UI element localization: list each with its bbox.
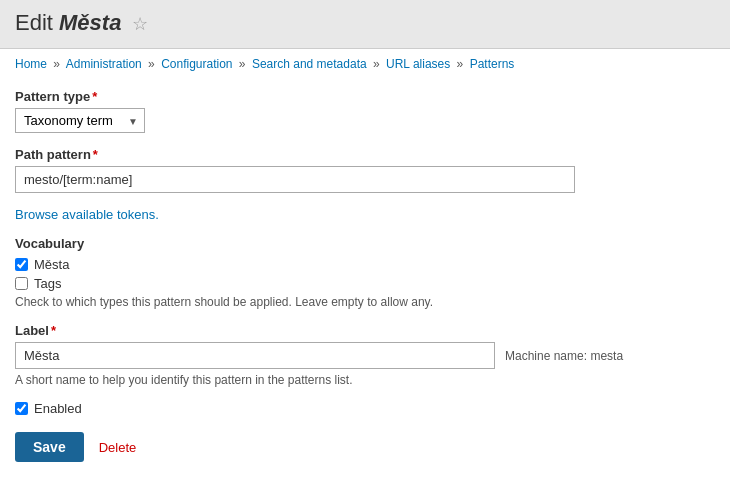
label-description: A short name to help you identify this p… xyxy=(15,373,715,387)
breadcrumb-sep-2: » xyxy=(148,57,155,71)
vocabulary-tags-item: Tags xyxy=(15,276,715,291)
breadcrumb-sep-5: » xyxy=(457,57,464,71)
page-title: Edit Města ☆ xyxy=(15,10,715,36)
breadcrumb-url-aliases[interactable]: URL aliases xyxy=(386,57,450,71)
pattern-type-label: Pattern type* xyxy=(15,89,715,104)
label-row: Machine name: mesta xyxy=(15,342,715,369)
machine-name-text: Machine name: mesta xyxy=(505,349,623,363)
enabled-field: Enabled xyxy=(15,401,715,416)
page-title-bar: Edit Města ☆ xyxy=(0,0,730,49)
breadcrumb-configuration[interactable]: Configuration xyxy=(161,57,232,71)
breadcrumb-administration[interactable]: Administration xyxy=(66,57,142,71)
vocabulary-section: Vocabulary Města Tags Check to which typ… xyxy=(15,236,715,309)
path-pattern-input[interactable] xyxy=(15,166,575,193)
label-input[interactable] xyxy=(15,342,495,369)
breadcrumb-search-metadata[interactable]: Search and metadata xyxy=(252,57,367,71)
vocabulary-description: Check to which types this pattern should… xyxy=(15,295,715,309)
breadcrumb-sep-4: » xyxy=(373,57,380,71)
pattern-type-field: Pattern type* Taxonomy term Content User… xyxy=(15,89,715,133)
browse-tokens-link[interactable]: Browse available tokens. xyxy=(15,207,715,222)
vocabulary-tags-label[interactable]: Tags xyxy=(34,276,61,291)
required-star-label: * xyxy=(51,323,56,338)
button-row: Save Delete xyxy=(15,432,715,462)
pattern-type-select[interactable]: Taxonomy term Content User Forum topic xyxy=(15,108,145,133)
path-pattern-label: Path pattern* xyxy=(15,147,715,162)
label-field: Label* Machine name: mesta A short name … xyxy=(15,323,715,387)
breadcrumb-sep-3: » xyxy=(239,57,246,71)
enabled-checkbox[interactable] xyxy=(15,402,28,415)
pattern-type-select-wrapper[interactable]: Taxonomy term Content User Forum topic xyxy=(15,108,145,133)
main-content: Pattern type* Taxonomy term Content User… xyxy=(0,79,730,482)
breadcrumb-patterns[interactable]: Patterns xyxy=(470,57,515,71)
breadcrumb-sep-1: » xyxy=(53,57,60,71)
star-icon[interactable]: ☆ xyxy=(132,14,148,34)
vocabulary-mesta-item: Města xyxy=(15,257,715,272)
save-button[interactable]: Save xyxy=(15,432,84,462)
required-star-path: * xyxy=(93,147,98,162)
required-star-pattern: * xyxy=(92,89,97,104)
vocabulary-label: Vocabulary xyxy=(15,236,715,251)
vocabulary-mesta-checkbox[interactable] xyxy=(15,258,28,271)
enabled-label[interactable]: Enabled xyxy=(34,401,82,416)
vocabulary-tags-checkbox[interactable] xyxy=(15,277,28,290)
breadcrumb-home[interactable]: Home xyxy=(15,57,47,71)
path-pattern-field: Path pattern* xyxy=(15,147,715,193)
delete-link[interactable]: Delete xyxy=(99,440,137,455)
label-field-label: Label* xyxy=(15,323,715,338)
vocabulary-mesta-label[interactable]: Města xyxy=(34,257,69,272)
breadcrumb: Home » Administration » Configuration » … xyxy=(0,49,730,79)
